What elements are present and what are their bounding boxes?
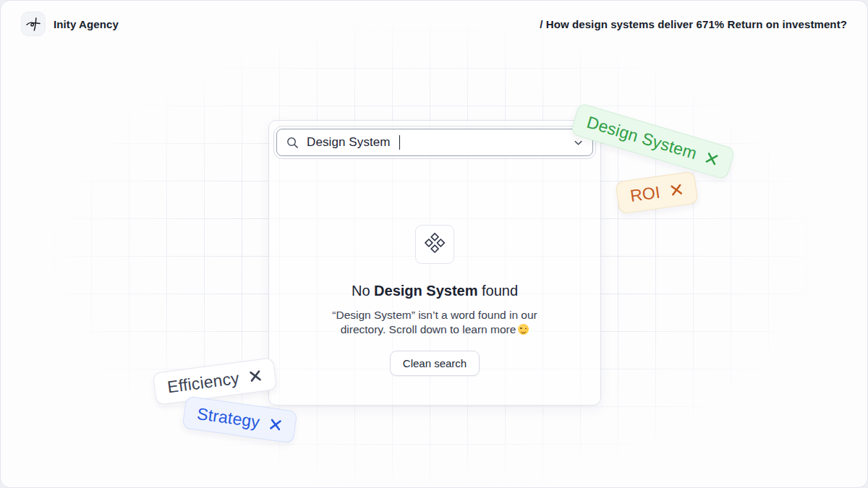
search-input[interactable]: Design System — [276, 129, 593, 156]
brand[interactable]: Inity Agency — [21, 12, 119, 36]
search-icon — [286, 136, 299, 150]
close-icon[interactable] — [703, 150, 720, 168]
search-card: Design System No Design System found — [268, 120, 601, 406]
squiggle-logo-icon — [21, 12, 46, 36]
heading-prefix: No — [352, 283, 374, 299]
clean-search-button[interactable]: Clean search — [390, 351, 480, 376]
page: Inity Agency / How design systems delive… — [0, 0, 868, 488]
tag-label: ROI — [629, 182, 661, 206]
search-input-focus-ring: Design System — [273, 126, 596, 159]
tag-roi[interactable]: ROI — [615, 171, 698, 215]
search-query-text: Design System — [307, 135, 391, 150]
header: Inity Agency / How design systems delive… — [1, 1, 867, 47]
page-title: / How design systems deliver 671% Return… — [540, 18, 847, 30]
wink-emoji — [518, 324, 529, 335]
empty-state-heading: No Design System found — [352, 283, 518, 299]
tag-efficiency[interactable]: Efficiency — [153, 357, 277, 406]
tag-label: Design System — [584, 113, 699, 164]
description-line-1: “Design System” isn’t a word found in ou… — [332, 309, 537, 321]
tag-label: Strategy — [196, 404, 261, 432]
heading-term: Design System — [374, 283, 477, 299]
brand-name: Inity Agency — [54, 18, 119, 30]
close-icon[interactable] — [247, 368, 263, 383]
chevron-down-icon[interactable] — [573, 137, 584, 148]
heading-suffix: found — [477, 283, 518, 299]
components-diamonds-icon — [415, 225, 454, 264]
empty-state-description: “Design System” isn’t a word found in ou… — [332, 308, 537, 338]
text-cursor — [399, 135, 401, 150]
close-icon[interactable] — [268, 417, 284, 432]
description-line-2: directory. Scroll down to learn more — [341, 323, 516, 335]
close-icon[interactable] — [668, 182, 684, 197]
tag-label: Efficiency — [166, 369, 241, 398]
